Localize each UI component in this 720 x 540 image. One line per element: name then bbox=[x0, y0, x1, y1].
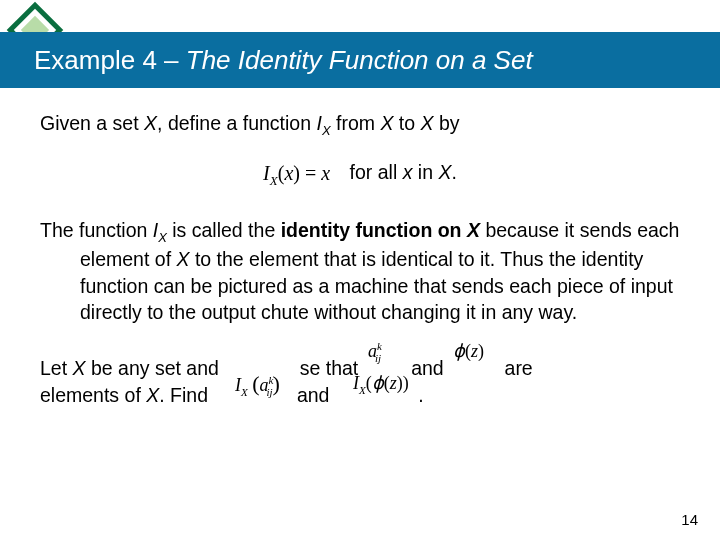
eq-i: I bbox=[263, 162, 270, 184]
m: X bbox=[241, 386, 248, 398]
title-bar: Example 4 – The Identity Function on a S… bbox=[0, 32, 720, 88]
m: z bbox=[471, 341, 478, 361]
var-x: X bbox=[380, 112, 393, 134]
m: ij bbox=[375, 352, 381, 364]
text: . bbox=[418, 384, 423, 406]
bold-text: identity function on bbox=[281, 219, 467, 241]
text: . Find bbox=[159, 384, 208, 406]
text: for all bbox=[350, 161, 403, 183]
m: X bbox=[359, 384, 366, 396]
eq-rhs: x bbox=[321, 162, 330, 184]
equation-line: IX(x) = x for all x in X. bbox=[40, 159, 680, 189]
var-big-x: X bbox=[438, 161, 451, 183]
sub-x: X bbox=[322, 123, 331, 138]
var-x: X bbox=[176, 248, 189, 270]
paragraph-1: Given a set X, define a function IX from… bbox=[40, 110, 680, 139]
text: se that bbox=[300, 357, 359, 379]
math-fragment-phiz: ϕ(z) bbox=[453, 342, 484, 360]
text: is called the bbox=[167, 219, 281, 241]
eq-sub: X bbox=[270, 173, 278, 188]
m: ϕ bbox=[372, 373, 384, 393]
title-dash: – bbox=[157, 45, 186, 75]
var-x: X bbox=[421, 112, 434, 134]
text: are bbox=[505, 357, 533, 379]
content-area: Given a set X, define a function IX from… bbox=[40, 110, 680, 428]
text: to bbox=[393, 112, 420, 134]
text: be any set and bbox=[86, 357, 219, 379]
text: , define a function bbox=[157, 112, 316, 134]
equation-image: IX(x) = x bbox=[263, 160, 330, 190]
var-x: X bbox=[73, 357, 86, 379]
text: from bbox=[331, 112, 381, 134]
math-fragment-ix-phi: IX(ϕ(z)) bbox=[353, 374, 409, 396]
text: and bbox=[411, 357, 444, 379]
text: The function bbox=[40, 219, 153, 241]
title-prefix: Example 4 bbox=[34, 45, 157, 75]
eq-equals: = bbox=[300, 162, 321, 184]
slide: Example 4 – The Identity Function on a S… bbox=[0, 0, 720, 540]
text: elements of bbox=[40, 384, 146, 406]
text: by bbox=[434, 112, 460, 134]
var-x: X bbox=[146, 384, 159, 406]
paragraph-3: Let X be any set and se that and are ele… bbox=[40, 355, 680, 408]
text: in bbox=[412, 161, 438, 183]
m: k bbox=[377, 340, 382, 352]
m: z bbox=[390, 373, 397, 393]
text: Let bbox=[40, 357, 73, 379]
paragraph-2: The function IX is called the identity f… bbox=[40, 217, 680, 325]
eq-var: x bbox=[284, 162, 293, 184]
eq-paren: ) bbox=[293, 162, 300, 184]
var-x: X bbox=[144, 112, 157, 134]
math-fragment-aijk: akij bbox=[368, 341, 381, 364]
var-x: x bbox=[403, 161, 413, 183]
text: Given a set bbox=[40, 112, 144, 134]
m: ϕ bbox=[453, 341, 465, 361]
text: . bbox=[451, 161, 456, 183]
page-number: 14 bbox=[681, 511, 698, 528]
math-fragment-ix-a: IX (akij) bbox=[235, 373, 280, 398]
bold-var: X bbox=[467, 219, 480, 241]
text: and bbox=[297, 384, 330, 406]
title-subtitle: The Identity Function on a Set bbox=[186, 45, 533, 75]
sub-x: X bbox=[158, 230, 167, 245]
